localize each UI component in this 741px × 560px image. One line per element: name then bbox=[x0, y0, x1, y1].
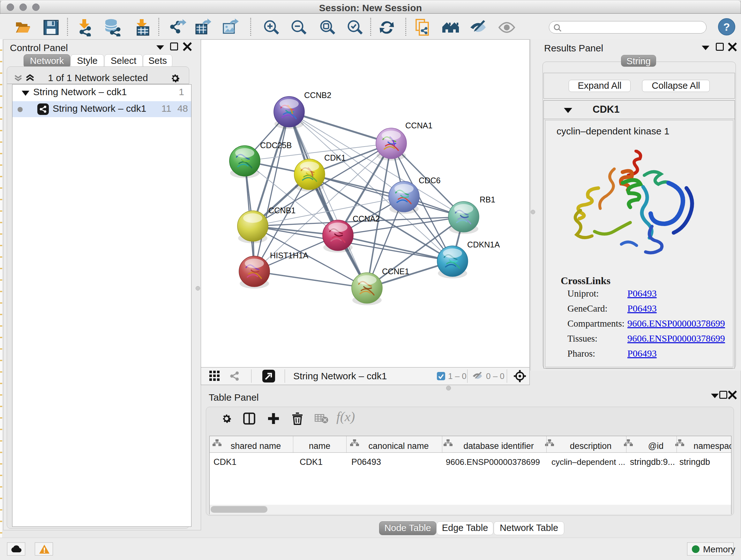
svg-text:RB1: RB1 bbox=[480, 195, 495, 204]
svg-text:CDK1: CDK1 bbox=[324, 153, 346, 162]
svg-text:CCNB2: CCNB2 bbox=[304, 91, 331, 100]
svg-text:CCNB1: CCNB1 bbox=[268, 206, 295, 215]
svg-text:CDC25B: CDC25B bbox=[260, 141, 292, 150]
svg-text:?: ? bbox=[724, 21, 730, 33]
svg-text:CCNA2: CCNA2 bbox=[353, 214, 380, 223]
svg-text:CCNE1: CCNE1 bbox=[382, 267, 409, 276]
svg-text:CDC6: CDC6 bbox=[419, 176, 441, 185]
svg-text:CDKN1A: CDKN1A bbox=[467, 240, 500, 249]
svg-text:CCNA1: CCNA1 bbox=[405, 121, 432, 130]
svg-text:HIST1H1A: HIST1H1A bbox=[270, 251, 309, 260]
